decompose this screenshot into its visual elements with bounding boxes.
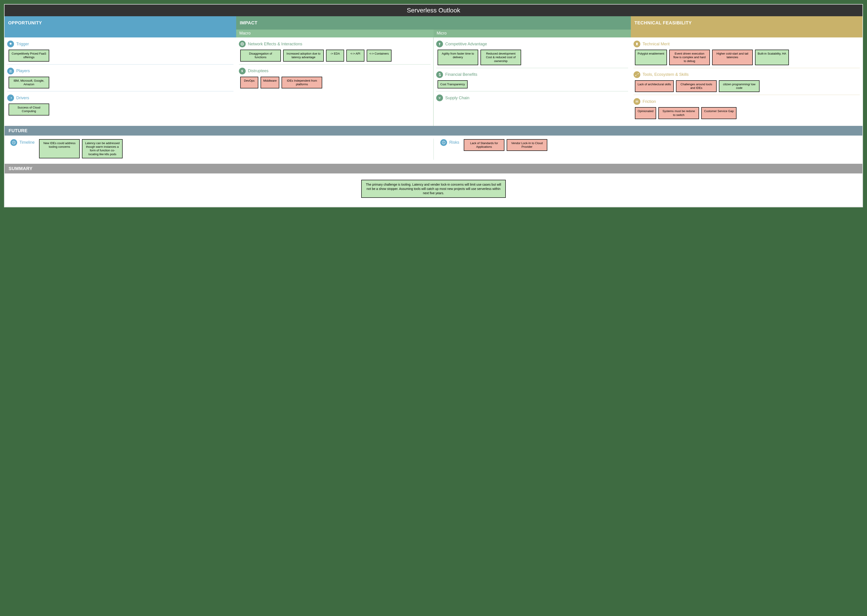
card: IDEs Independent from platforms <box>282 77 322 89</box>
section-head: Tools, Ecosystem & Skills <box>634 71 860 78</box>
header-summary: SUMMARY <box>5 164 862 173</box>
section-divider <box>436 68 628 68</box>
section-head: Network Effects & Interactions <box>239 41 430 47</box>
card-group: DevOpsMiddlwareIDEs Independent from pla… <box>239 77 430 89</box>
card: Competitively Priced FaaS offerings <box>9 50 49 61</box>
section-title: Timeline <box>19 140 35 145</box>
section-title: Risks <box>449 140 459 145</box>
medal-icon <box>634 41 640 47</box>
section-players: PlayersIBM, Microsoft, Google, Amazon <box>7 68 233 89</box>
impact-subheaders: Macro Micro <box>236 30 631 38</box>
section-title: Players <box>16 69 30 73</box>
future-timeline: TimelineNew IDEs could address tooling c… <box>8 138 434 159</box>
dollar-icon <box>436 71 443 78</box>
section-head: Risks <box>440 139 459 146</box>
clock-icon <box>10 139 17 146</box>
section-title: Trigger <box>16 42 29 46</box>
card: Agility from faster time to delivery <box>438 50 478 65</box>
section-technical-merit: Technical MeritPolyglot enablementEvent … <box>634 41 860 65</box>
section-head: Competitive Advantage <box>436 41 628 47</box>
section-title: Tools, Ecosystem & Skills <box>643 72 689 77</box>
header-impact: IMPACT <box>236 16 631 30</box>
card: Reduced development Cost & reduced cost … <box>481 50 521 65</box>
card-group: Cost Transparency <box>436 80 628 88</box>
section-divider <box>7 64 233 64</box>
subheader-micro: Micro <box>434 30 631 38</box>
subheader-macro: Macro <box>236 30 434 38</box>
card: Disaggregation of functions <box>240 50 281 61</box>
header-technical: TECHNICAL FEASIBILITY <box>631 16 862 38</box>
card: Built-in Scalability, HA <box>755 50 789 65</box>
section-divider <box>436 91 628 91</box>
card: Challenges around tools and IDEs <box>676 80 717 92</box>
card: Cost Transparency <box>438 80 468 88</box>
section-head: Timeline <box>10 139 35 146</box>
section-title: Distruptees <box>248 69 268 73</box>
card: Polyglot enablement <box>635 50 667 65</box>
card-group: IBM, Microsoft, Google, Amazon <box>7 77 233 89</box>
svg-point-4 <box>242 44 243 44</box>
section-divider <box>634 68 860 68</box>
future-divider <box>434 139 434 160</box>
section-distruptees: DistrupteesDevOpsMiddlwareIDEs Independe… <box>239 68 430 89</box>
section-supply-chain: Supply Chain <box>436 94 628 104</box>
column-technical: Technical MeritPolyglot enablementEvent … <box>631 38 862 126</box>
svg-point-8 <box>443 143 444 143</box>
card-group: Lack of architectural skillsChallenges a… <box>634 80 860 92</box>
card: DevOps <box>240 77 258 89</box>
section-title: Drivers <box>16 96 29 101</box>
section-financial-benefits: Financial BenefitsCost Transparency <box>436 71 628 88</box>
card: citizen programming/ low code <box>719 80 760 92</box>
svg-point-5 <box>636 42 638 44</box>
section-title: Friction <box>643 99 656 104</box>
card: Higher cold-start and tail latencies <box>712 50 753 65</box>
section-head: Trigger <box>7 41 233 47</box>
svg-point-0 <box>10 70 11 71</box>
header-impact-wrap: IMPACT Macro Micro <box>236 16 631 38</box>
section-friction: FrictionOpinionatedSystems must be redon… <box>634 98 860 119</box>
section-head: Distruptees <box>239 68 430 74</box>
section-network-effects-interactions: Network Effects & InteractionsDisaggrega… <box>239 41 430 61</box>
card: Event driven execution flow is complex a… <box>669 50 710 65</box>
header-opportunity: OPPORTUNITY <box>5 16 236 38</box>
section-trigger: TriggerCompetitively Priced FaaS offerin… <box>7 41 233 61</box>
card-group: Polyglot enablementEvent driven executio… <box>634 50 860 65</box>
column-opportunity: TriggerCompetitively Priced FaaS offerin… <box>5 38 236 126</box>
column-macro: Network Effects & InteractionsDisaggrega… <box>236 38 434 126</box>
card: Latency can be addressed though warm ins… <box>82 139 123 158</box>
arrow-icon <box>7 94 14 101</box>
card: Middlware <box>260 77 279 89</box>
page-title: Serverless Outlook <box>5 5 862 16</box>
card-group: Success of Cloud Computing <box>7 104 233 115</box>
header-future: FUTURE <box>5 126 862 135</box>
card-group: Agility from faster time to deliveryRedu… <box>436 50 628 65</box>
top-header-row: OPPORTUNITY IMPACT Macro Micro TECHNICAL… <box>5 16 862 38</box>
section-head: Financial Benefits <box>436 71 628 78</box>
section-head: Technical Merit <box>634 41 860 47</box>
target-icon <box>239 41 246 47</box>
section-title: Financial Benefits <box>445 72 477 77</box>
card: Lack of architectural skills <box>635 80 674 92</box>
tools-icon <box>634 71 640 78</box>
future-risks: RisksLack of Standards for ApplicationsV… <box>434 138 859 159</box>
card: Lack of Standards for Applications <box>464 139 504 151</box>
card: Systems must be redone to switch <box>658 107 699 119</box>
card: Customer Service Gap <box>701 107 736 119</box>
bolt-icon <box>239 68 246 74</box>
svg-point-1 <box>11 70 12 71</box>
card-group: OpinionatedSystems must be redone to swi… <box>634 107 860 119</box>
card: Vendor Lock-In to Cloud Provider <box>507 139 547 151</box>
chain-icon <box>436 94 443 101</box>
card: IBM, Microsoft, Google, Amazon <box>9 77 49 89</box>
section-title: Supply Chain <box>445 96 470 101</box>
diagram-canvas: Serverless Outlook OPPORTUNITY IMPACT Ma… <box>4 4 863 207</box>
alert-icon <box>440 139 447 146</box>
card: <-> API <box>346 50 364 61</box>
section-tools-ecosystem-skills: Tools, Ecosystem & SkillsLack of archite… <box>634 71 860 92</box>
section-competitive-advantage: Competitive AdvantageAgility from faster… <box>436 41 628 65</box>
card: Increased adoption due to latency advant… <box>283 50 324 61</box>
card: New IDEs could address tooling concerns <box>39 139 80 158</box>
section-divider <box>239 64 430 64</box>
section-head: Supply Chain <box>436 94 628 101</box>
section-head: Players <box>7 68 233 74</box>
